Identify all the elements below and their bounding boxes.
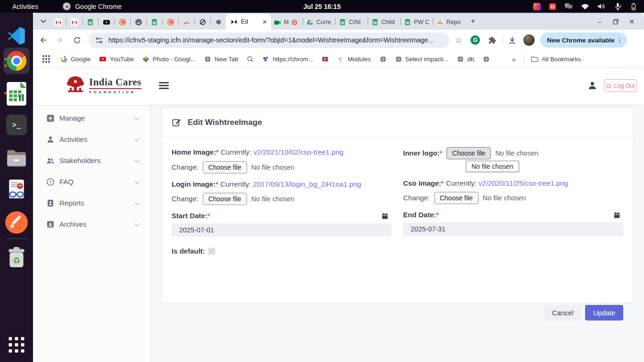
postman-dock-icon[interactable]	[5, 211, 28, 234]
trash-dock-icon[interactable]: ♻	[6, 246, 27, 269]
show-applications-button[interactable]	[9, 337, 25, 353]
required-asterisk: *	[216, 148, 219, 156]
reload-button[interactable]	[70, 33, 84, 47]
bookmark-label: https://chrom...	[272, 56, 313, 63]
pinned-tab-gmail[interactable]	[67, 15, 82, 29]
activities-button[interactable]: Activities	[12, 3, 38, 10]
tab-drive[interactable]: Curre	[304, 15, 335, 29]
pinned-tab-sheets[interactable]	[147, 15, 162, 29]
screen-recorder-tray-icon[interactable]	[549, 3, 556, 10]
bookmark-photos[interactable]: Photo - Googl...	[138, 52, 200, 66]
bookmark-star-icon[interactable]: ☆	[455, 35, 462, 45]
battery-icon[interactable]	[630, 2, 637, 11]
sidebar-item-reports[interactable]: Reports	[33, 192, 150, 214]
login-image-choose-file-button[interactable]: Choose file	[203, 193, 247, 205]
pinned-tab-orange-app[interactable]	[115, 15, 130, 29]
kebab-menu-icon[interactable]: ⋮	[615, 36, 625, 44]
bookmark-select-impact[interactable]: Select impacti...	[391, 52, 453, 66]
bookmark-globe[interactable]	[375, 52, 391, 66]
toolbox-tray-icon[interactable]	[533, 3, 541, 10]
close-window-button[interactable]: ✕	[627, 17, 636, 26]
tab-sheet-cini[interactable]: CINI	[336, 15, 367, 29]
pinned-tab-youtube[interactable]	[99, 15, 114, 29]
all-bookmarks-button[interactable]: All Bookmarks	[527, 52, 585, 66]
downloads-icon[interactable]	[508, 36, 517, 45]
libreoffice-calc-dock-icon[interactable]	[5, 82, 28, 106]
is-default-checkbox[interactable]	[208, 248, 215, 255]
pinned-tab-red-arc-app[interactable]	[179, 15, 194, 29]
calendar-icon[interactable]	[613, 212, 620, 219]
cso-image-choose-file-button[interactable]: Choose file	[434, 192, 479, 204]
sidebar-item-stakeholders[interactable]: Stakeholders	[33, 150, 150, 171]
volume-icon[interactable]	[597, 3, 606, 10]
tab-close-icon[interactable]: ✕	[262, 18, 267, 25]
pinned-tab-gmail[interactable]	[51, 15, 66, 29]
tab-sheet-pw[interactable]: PW C	[401, 15, 432, 29]
site-settings-icon[interactable]	[95, 37, 103, 44]
site-logo[interactable]: India Cares FOUNDATION	[65, 75, 141, 95]
pinned-tab-null-app[interactable]	[195, 15, 210, 29]
form-left-column: Home Image:* Currently: v2/2021/10/02/cs…	[172, 148, 391, 255]
address-bar[interactable]: https://icfnv5-staging.icfn.in/manage-se…	[89, 33, 449, 48]
pinned-tab-sheets[interactable]	[83, 15, 98, 29]
document-viewer-dock-icon[interactable]	[6, 179, 27, 200]
home-image-link[interactable]: v2/2021/10/02/cso-tree1.png	[253, 148, 343, 156]
bookmark-youtube[interactable]: YouTube	[95, 52, 138, 66]
url-text[interactable]: https://icfnv5-staging.icfn.in/manage-se…	[108, 36, 443, 44]
wifi-icon[interactable]	[581, 3, 589, 10]
end-date-input[interactable]	[403, 222, 623, 236]
calendar-icon[interactable]	[381, 213, 388, 220]
tab-repo[interactable]: Repo	[434, 15, 465, 29]
pinned-tab-openai[interactable]: ✻	[211, 15, 226, 29]
user-profile-icon[interactable]	[587, 81, 597, 90]
bookmark-google[interactable]: Google	[56, 52, 95, 66]
chat-tray-icon[interactable]	[564, 3, 573, 10]
bookmark-keyboard-app[interactable]	[317, 52, 333, 66]
active-tab[interactable]: Ed ✕	[226, 14, 271, 30]
chrome-update-button[interactable]: New Chrome available ⋮	[540, 33, 627, 48]
cancel-button[interactable]: Cancel	[544, 305, 581, 321]
pinned-tab-orange-app[interactable]	[163, 15, 178, 29]
focused-app-indicator[interactable]: Google Chrome	[63, 2, 122, 10]
pinned-tab-gray-app[interactable]	[131, 15, 146, 29]
apps-grid-icon[interactable]	[42, 55, 50, 63]
bookmark-new-tab[interactable]: New Tab	[200, 52, 242, 66]
restore-button[interactable]	[611, 17, 620, 26]
new-tab-button[interactable]: +	[467, 15, 479, 27]
bookmark-db[interactable]: db	[453, 52, 478, 66]
sidebar-item-manage[interactable]: Manage	[33, 107, 150, 129]
sidebar-item-activities[interactable]: Activities	[33, 129, 150, 150]
logout-button[interactable]: Log Out	[604, 79, 637, 92]
required-asterisk: *	[215, 180, 218, 188]
extensions-icon[interactable]	[487, 36, 496, 44]
minimize-button[interactable]: –	[595, 17, 604, 26]
back-button[interactable]	[36, 33, 50, 47]
cso-image-link[interactable]: v2/2020/11/25/cso-tree1.png	[479, 179, 568, 187]
tab-sheet-child[interactable]: Child	[369, 15, 400, 29]
terminal-dock-icon[interactable]: >_	[6, 115, 27, 135]
clock[interactable]: Jul 25 16:15	[303, 3, 340, 10]
tab-search-button[interactable]	[37, 15, 50, 27]
sidebar-item-faq[interactable]: ? FAQ	[33, 171, 150, 192]
sidebar-item-archives[interactable]: Archives	[33, 214, 150, 235]
microphone-icon[interactable]	[614, 2, 622, 10]
update-button[interactable]: Update	[585, 305, 623, 321]
tab-meet[interactable]: M	[271, 15, 302, 29]
bookmark-chromium-link[interactable]: https://chrom...	[258, 52, 317, 66]
chrome-dock-icon[interactable]	[3, 48, 30, 74]
forward-button[interactable]	[53, 33, 67, 47]
bookmark-modules[interactable]: Modules	[333, 52, 375, 66]
files-dock-icon[interactable]	[6, 147, 27, 169]
bookmarks-overflow-chevron[interactable]: »	[507, 55, 520, 63]
home-image-choose-file-button[interactable]: Choose file	[203, 161, 247, 173]
bookmark-search[interactable]	[242, 52, 258, 66]
start-date-input[interactable]	[172, 223, 391, 237]
inner-logo-choose-file-button[interactable]: Choose file	[446, 147, 491, 159]
vscode-dock-icon[interactable]	[7, 26, 26, 45]
grammarly-extension-icon[interactable]: G	[471, 35, 480, 45]
profile-avatar[interactable]	[523, 34, 535, 46]
sidebar-toggle-hamburger-icon[interactable]	[159, 82, 169, 91]
login-image-link[interactable]: 2017/09/13/login_bg_2iH1oa1.png	[253, 180, 361, 188]
bookmark-globe[interactable]	[479, 52, 494, 66]
tab-separator	[303, 18, 303, 25]
